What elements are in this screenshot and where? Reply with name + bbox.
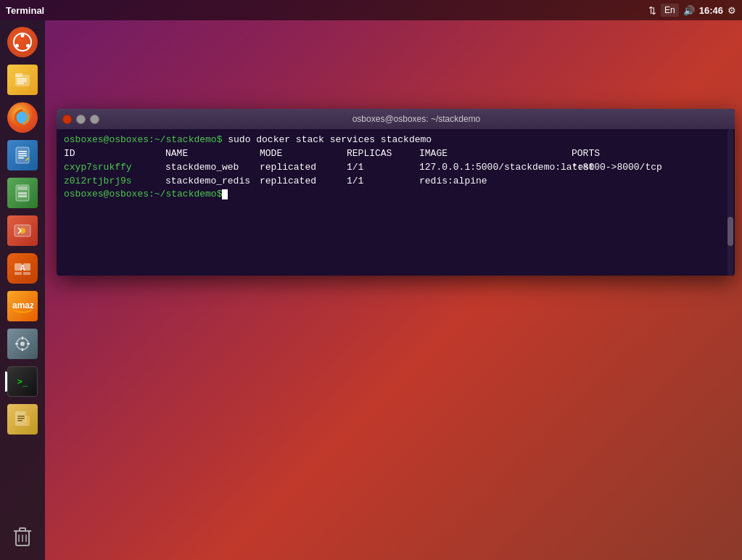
editor-icon [7,404,38,435]
svg-text:amazon: amazon [12,300,33,310]
svg-rect-16 [17,186,28,190]
svg-rect-11 [18,151,27,152]
sidebar-item-editor[interactable] [5,402,40,437]
calc-icon [7,178,38,208]
svg-rect-5 [15,73,22,77]
keyboard-icon: ⇅ [648,5,656,16]
trash-icon [7,522,38,552]
terminal-window: osboxes@osboxes: ~/stackdemo osboxes@osb… [57,109,735,276]
topbar-title: Terminal [6,5,44,16]
svg-rect-40 [17,420,22,421]
sidebar-item-firefox[interactable] [5,100,40,135]
sidebar-item-terminal[interactable]: >_ [5,364,40,399]
svg-rect-39 [17,418,25,419]
header-image: IMAGE [419,147,572,161]
svg-point-32 [20,342,25,346]
settings-icon[interactable]: ⚙ [727,5,736,16]
terminal-header-row: ID NAME MODE REPLICAS IMAGE PORTS [64,147,727,161]
clock: 16:46 [699,5,723,16]
svg-rect-8 [17,83,24,84]
svg-rect-22 [24,195,27,197]
firefox-icon [7,102,38,133]
active-indicator [5,371,7,392]
sidebar-item-files[interactable] [5,62,40,97]
svg-point-1 [21,34,25,38]
header-mode: MODE [260,147,347,161]
terminal-minimize-button[interactable] [76,115,86,124]
row1-replicas: 1/1 [347,161,419,175]
language-indicator[interactable]: En [661,4,679,17]
terminal-content[interactable]: osboxes@osboxes:~/stackdemo$ sudo docker… [57,129,735,276]
row1-ports: *:8000->8000/tcp [572,161,662,175]
header-ports: PORTS [572,147,600,161]
impress-icon [7,215,38,246]
row1-id: cxyp7srukffy [64,161,165,175]
appcenter-icon: A [7,253,38,284]
terminal-command: sudo docker stack services stackdemo [222,134,432,145]
terminal-titlebar: osboxes@osboxes: ~/stackdemo [57,109,735,129]
row2-replicas: 1/1 [347,175,419,189]
terminal-command-line: osboxes@osboxes:~/stackdemo$ sudo docker… [64,133,727,147]
terminal-prompt2: osboxes@osboxes:~/stackdemo$ [64,189,222,199]
table-row: z0i2rtjbrj9s stackdemo_redis replicated … [64,175,727,189]
header-id: ID [64,147,165,161]
svg-rect-6 [17,78,27,80]
sidebar-item-tools[interactable] [5,326,40,361]
svg-point-3 [15,44,19,48]
sidebar: A amazon >_ [0,20,45,560]
row2-mode: replicated [260,175,347,189]
svg-rect-38 [17,416,25,417]
svg-rect-19 [24,192,27,194]
svg-rect-7 [17,81,27,82]
terminal-cursor [222,189,228,199]
sidebar-item-trash[interactable] [5,519,40,554]
svg-text:A: A [20,264,25,272]
row2-id: z0i2rtjbrj9s [64,175,165,189]
header-name: NAME [165,147,260,161]
svg-rect-43 [20,528,25,531]
svg-rect-20 [18,195,21,197]
ubuntu-icon [7,27,38,57]
svg-rect-14 [18,157,24,159]
terminal-window-title: osboxes@osboxes: ~/stackdemo [104,114,729,124]
terminal-icon: >_ [7,366,38,397]
sidebar-item-writer[interactable] [5,138,40,173]
table-row: cxyp7srukffy stackdemo_web replicated 1/… [64,161,727,175]
svg-rect-18 [21,192,24,194]
sidebar-item-impress[interactable] [5,213,40,248]
row2-name: stackdemo_redis [165,175,260,189]
svg-rect-21 [21,195,24,197]
sidebar-item-calc[interactable] [5,176,40,210]
sidebar-item-amazon[interactable]: amazon [5,289,40,324]
svg-rect-13 [18,155,27,157]
terminal-close-button[interactable] [62,115,72,124]
terminal-prompt2-line: osboxes@osboxes:~/stackdemo$ [64,188,727,202]
sidebar-item-appcenter[interactable]: A [5,251,40,286]
svg-rect-12 [18,153,27,155]
svg-rect-28 [23,272,30,275]
row2-image: redis:alpine [419,175,572,189]
writer-icon [7,140,38,170]
amazon-icon: amazon [7,291,38,321]
svg-rect-17 [18,192,21,194]
row1-name: stackdemo_web [165,161,260,175]
terminal-prompt1: osboxes@osboxes:~/stackdemo$ [64,134,222,145]
header-replicas: REPLICAS [347,147,419,161]
row1-mode: replicated [260,161,347,175]
svg-rect-27 [15,272,22,275]
topbar-right: ⇅ En 🔊 16:46 ⚙ [648,4,736,17]
topbar: Terminal ⇅ En 🔊 16:46 ⚙ [0,0,742,20]
tools-icon [7,329,38,359]
sidebar-item-ubuntu[interactable] [5,25,40,59]
svg-point-2 [26,44,30,48]
terminal-maximize-button[interactable] [90,115,99,124]
files-icon [7,65,38,95]
row1-image: 127.0.0.1:5000/stackdemo:latest [419,161,572,175]
volume-icon[interactable]: 🔊 [683,5,695,16]
